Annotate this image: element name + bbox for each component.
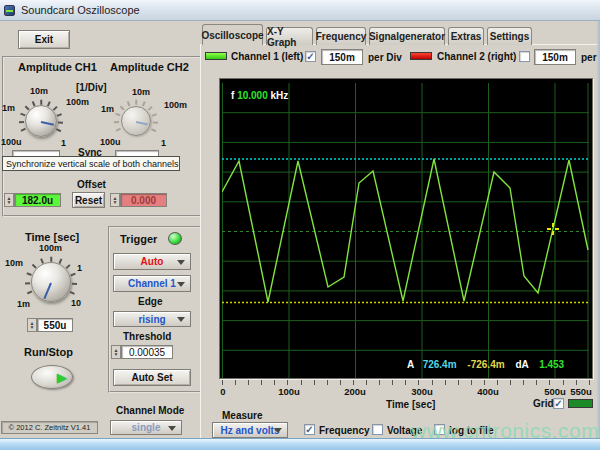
knob-scale-label: 100u xyxy=(100,137,121,147)
trigger-title: Trigger xyxy=(120,233,157,245)
auto-set-button[interactable]: Auto Set xyxy=(113,369,191,386)
play-icon: ▶ xyxy=(57,370,67,385)
knob-scale-label: 10m xyxy=(30,86,48,96)
app-icon xyxy=(4,5,15,16)
x-tick-label: 550u xyxy=(570,386,592,397)
amplitude-max-value: 726.4m xyxy=(423,359,457,370)
run-stop-label: Run/Stop xyxy=(24,346,73,358)
app-window: Soundcard Oszilloscope Exit Amplitude CH… xyxy=(0,0,600,450)
oscilloscope-display[interactable] xyxy=(219,78,593,379)
title-bar[interactable]: Soundcard Oszilloscope xyxy=(0,0,600,21)
time-knob[interactable] xyxy=(25,256,77,308)
channel2-checkbox[interactable] xyxy=(519,51,530,62)
trigger-mode-dropdown[interactable]: Auto xyxy=(113,253,191,270)
x-tick-label: 0 xyxy=(220,386,225,397)
offset-reset-button[interactable]: Reset xyxy=(72,192,105,208)
tab-xy-graph[interactable]: X-Y Graph xyxy=(266,27,313,45)
knob-scale-label: 10m xyxy=(5,258,23,268)
watermark-text: www.cntronics.com xyxy=(411,419,599,443)
grid-checkbox[interactable]: ✓ xyxy=(553,398,564,409)
measure-label: Measure xyxy=(222,410,263,421)
sync-tooltip: Synchronize vertical scale of both chann… xyxy=(2,156,180,171)
copyright-text: © 2012 C. Zeitnitz V1.41 xyxy=(1,421,98,434)
measure-mode-dropdown[interactable]: Hz and volts xyxy=(212,422,288,438)
voltage-checkbox[interactable] xyxy=(372,424,383,435)
trigger-led xyxy=(168,232,182,245)
amplitude-readout: A 726.4m -726.4m dA 1.453 xyxy=(407,359,564,370)
knob-scale-label: 1m xyxy=(17,299,30,309)
waveform-plot xyxy=(222,83,589,378)
amplitude-ch1-title: Amplitude CH1 xyxy=(18,61,97,73)
x-tick-label: 200u xyxy=(344,386,366,397)
threshold-spinner[interactable]: ▲▼ xyxy=(111,345,121,359)
time-spinner[interactable]: ▲▼ xyxy=(27,318,37,332)
trigger-channel-dropdown[interactable]: Channel 1 xyxy=(113,275,191,292)
channel1-scale-field[interactable]: 150m xyxy=(321,49,363,65)
run-stop-button[interactable]: ▶ xyxy=(31,365,73,389)
channel2-scale-field[interactable]: 150m xyxy=(534,49,576,65)
x-tick-label: 100u xyxy=(278,386,300,397)
channel1-checkbox[interactable]: ✓ xyxy=(305,51,316,62)
edge-label: Edge xyxy=(138,296,162,307)
frequency-checkbox-label: Frequency xyxy=(319,425,370,436)
channel1-per-div-label: per Div xyxy=(368,52,402,63)
threshold-field[interactable]: 0.00035 xyxy=(121,345,173,359)
frequency-readout: f 10.000 kHz xyxy=(231,90,288,101)
knob-scale-label: 1 xyxy=(77,263,82,273)
amplitude-ch2-title: Amplitude CH2 xyxy=(110,61,189,73)
channel-mode-dropdown[interactable]: single xyxy=(110,420,182,435)
channel2-label: Channel 2 (right) xyxy=(437,51,516,62)
knob-scale-label: 100m xyxy=(39,243,62,253)
knob-scale-label: 1 xyxy=(161,138,166,148)
trigger-edge-dropdown[interactable]: rising xyxy=(113,311,191,327)
knob-scale-label: 100m xyxy=(164,100,187,110)
knob-scale-label: 10 xyxy=(71,298,81,308)
amplitude-ch1-knob[interactable] xyxy=(19,99,63,143)
offset-ch1-field[interactable]: 182.0u xyxy=(14,193,61,207)
knob-scale-label: 100m xyxy=(66,97,89,107)
window-title: Soundcard Oszilloscope xyxy=(21,4,140,16)
x-axis-ticks xyxy=(222,380,590,385)
frequency-value: 10.000 xyxy=(237,90,268,101)
channel1-color-swatch xyxy=(205,52,227,60)
frequency-checkbox[interactable]: ✓ xyxy=(304,424,315,435)
offset-ch2-spinner[interactable]: ▲▼ xyxy=(110,193,120,207)
knob-scale-label: 10m xyxy=(132,87,150,97)
tab-signalgenerator[interactable]: Signalgenerator xyxy=(369,27,445,45)
channel1-label: Channel 1 (left) xyxy=(231,51,303,62)
x-tick-label: 300u xyxy=(411,386,433,397)
tab-oscilloscope[interactable]: Oscilloscope xyxy=(202,24,263,45)
channel2-color-swatch xyxy=(410,52,432,60)
offset-ch2-field[interactable]: 0.000 xyxy=(120,193,167,207)
tab-extras[interactable]: Extras xyxy=(448,27,484,45)
offset-label: Offset xyxy=(77,179,106,190)
knob-scale-label: 1m xyxy=(2,103,15,113)
amplitude-unit-label: [1/Div] xyxy=(76,82,107,93)
knob-scale-label: 100u xyxy=(1,137,22,147)
amplitude-min-value: -726.4m xyxy=(467,359,504,370)
time-title: Time [sec] xyxy=(25,231,79,243)
channel-mode-label: Channel Mode xyxy=(116,405,184,416)
amplitude-delta-value: 1.453 xyxy=(539,359,564,370)
exit-button[interactable]: Exit xyxy=(18,30,70,49)
time-value-field[interactable]: 550u xyxy=(37,318,73,332)
threshold-label: Threshold xyxy=(123,331,171,342)
channel1-trace xyxy=(222,159,588,302)
grid-label: Grid xyxy=(533,398,554,409)
knob-scale-label: 1m xyxy=(101,104,114,114)
trigger-group xyxy=(108,226,203,393)
x-tick-label: 400u xyxy=(477,386,499,397)
x-axis-title: Time [sec] xyxy=(386,399,435,410)
offset-ch1-spinner[interactable]: ▲▼ xyxy=(4,193,14,207)
x-tick-label: 500u xyxy=(544,386,566,397)
grid-color-swatch[interactable] xyxy=(568,399,593,408)
tab-settings[interactable]: Settings xyxy=(487,27,532,45)
amplitude-ch2-knob[interactable] xyxy=(114,99,158,143)
tab-frequency[interactable]: Frequency xyxy=(316,27,366,45)
knob-scale-label: 1 xyxy=(61,138,66,148)
